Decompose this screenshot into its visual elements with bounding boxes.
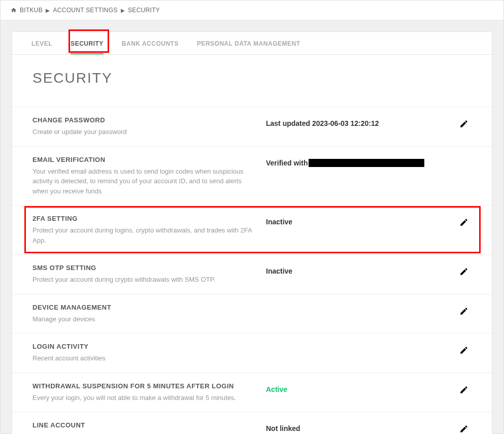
tab-personal-data[interactable]: PERSONAL DATA MANAGEMENT [188,32,310,54]
chevron-right-icon: ▶ [121,8,125,13]
setting-desc: Your verified email address is used to s… [32,166,256,196]
pencil-icon[interactable] [459,307,468,316]
setting-title: SMS OTP SETTING [32,264,256,272]
pencil-icon[interactable] [459,267,468,276]
setting-desc: Protect your account during logins, cryp… [32,225,256,245]
setting-change-password: CHANGE PASSWORD Create or update your pa… [12,107,492,146]
setting-desc: Recent account activities [32,353,256,363]
setting-device-management: DEVICE MANAGEMENT Manage your devices [12,294,492,333]
setting-title: 2FA SETTING [32,215,256,222]
setting-title: CHANGE PASSWORD [32,116,256,124]
setting-status: Inactive [266,215,446,226]
tab-bank-accounts[interactable]: BANK ACCOUNTS [113,32,188,54]
breadcrumb: BITKUB ▶ ACCOUNT SETTINGS ▶ SECURITY [1,1,503,20]
breadcrumb-item[interactable]: SECURITY [128,7,160,14]
breadcrumb-item[interactable]: BITKUB [20,7,43,14]
pencil-icon[interactable] [459,218,468,227]
setting-status: Verified with [266,156,446,167]
setting-2fa: 2FA SETTING Protect your account during … [12,205,492,254]
tabs-bar: LEVEL SECURITY BANK ACCOUNTS PERSONAL DA… [12,32,492,55]
settings-panel: LEVEL SECURITY BANK ACCOUNTS PERSONAL DA… [12,31,492,434]
pencil-icon[interactable] [459,119,468,128]
setting-status: Active [266,382,446,393]
tab-security[interactable]: SECURITY [61,32,113,54]
setting-desc: Every your login, you will not able to m… [32,393,256,403]
setting-title: LOGIN ACTIVITY [32,343,256,350]
setting-title: LINE ACCOUNT [32,421,256,429]
chevron-right-icon: ▶ [46,8,50,13]
setting-withdrawal-suspension: WITHDRAWAL SUSPENSION FOR 5 MINUTES AFTE… [12,373,492,412]
pencil-icon[interactable] [459,346,468,355]
setting-title: EMAIL VERIFICATION [32,156,256,163]
setting-login-activity: LOGIN ACTIVITY Recent account activities [12,333,492,373]
setting-status: Not linked [266,421,446,432]
setting-status [266,343,446,346]
setting-title: WITHDRAWAL SUSPENSION FOR 5 MINUTES AFTE… [32,382,256,390]
redacted-email [309,159,424,167]
setting-status: Last updated 2023-06-03 12:20:12 [266,116,446,127]
page-title: SECURITY [12,55,492,107]
setting-desc: Link Bitkub account to your Line account [32,432,256,434]
setting-email-verification: EMAIL VERIFICATION Your verified email a… [12,146,492,206]
breadcrumb-item[interactable]: ACCOUNT SETTINGS [53,7,117,14]
setting-desc: Create or update your password [32,127,256,137]
setting-line-account: LINE ACCOUNT Link Bitkub account to your… [12,412,492,434]
home-icon [11,7,17,13]
pencil-icon[interactable] [459,424,468,433]
setting-sms-otp: SMS OTP SETTING Protect your account dur… [12,254,492,294]
pencil-icon[interactable] [459,385,468,394]
tab-level[interactable]: LEVEL [22,32,61,54]
setting-status [266,304,446,307]
setting-status: Inactive [266,264,446,275]
setting-desc: Protect your account during crypto withd… [32,275,256,285]
setting-desc: Manage your devices [32,314,256,324]
setting-title: DEVICE MANAGEMENT [32,304,256,311]
